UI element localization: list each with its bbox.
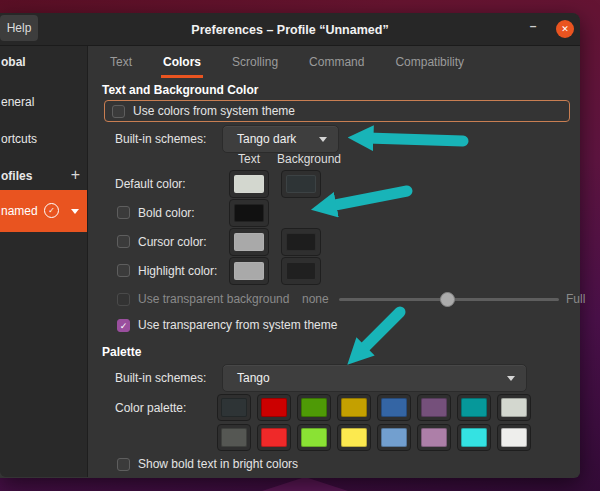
palette-swatch[interactable] <box>297 394 331 421</box>
bold-color-checkbox[interactable] <box>117 206 130 219</box>
section-title-text-background: Text and Background Color <box>102 83 572 97</box>
palette-swatch[interactable] <box>337 424 371 451</box>
sidebar-item-profiles[interactable]: ofiles + <box>1 169 87 183</box>
palette-swatch[interactable] <box>377 424 411 451</box>
sidebar-item-shortcuts[interactable]: ortcuts <box>1 132 87 146</box>
builtin-schemes-row: Built-in schemes: Tango dark <box>102 125 572 153</box>
sidebar: obal eneral ortcuts ofiles + named ✓ <box>0 46 88 477</box>
palette-swatch[interactable] <box>217 394 251 421</box>
menubar-help-item[interactable]: Help <box>0 15 38 41</box>
palette-swatch[interactable] <box>497 424 531 451</box>
sidebar-item-general[interactable]: eneral <box>1 95 87 109</box>
sidebar-item-profile-unnamed[interactable]: named ✓ <box>0 190 87 232</box>
tab-bar: Text Colors Scrolling Command Compatibil… <box>88 46 580 78</box>
preferences-window: Help Preferences – Profile “Unnamed” – ✕… <box>0 13 580 478</box>
chevron-down-icon <box>507 376 515 381</box>
tab-text[interactable]: Text <box>108 46 134 78</box>
chevron-down-icon[interactable] <box>71 209 79 214</box>
swatch-column-headers: Text Background <box>102 152 572 166</box>
palette-swatch[interactable] <box>417 394 451 421</box>
color-palette-row-1: Color palette: <box>102 394 572 421</box>
use-transparent-background-checkbox[interactable] <box>117 293 130 306</box>
slider-none-label: none <box>302 292 329 306</box>
palette-swatch[interactable] <box>217 424 251 451</box>
palette-swatch[interactable] <box>377 394 411 421</box>
highlight-color-label: Highlight color: <box>138 264 217 278</box>
column-header-background: Background <box>277 152 341 166</box>
use-transparent-background-label: Use transparent background <box>138 292 289 306</box>
close-button[interactable]: ✕ <box>556 20 574 38</box>
section-title-palette: Palette <box>102 345 572 359</box>
show-bold-bright-label: Show bold text in bright colors <box>138 457 298 471</box>
builtin-schemes-label: Built-in schemes: <box>115 132 206 146</box>
chevron-down-icon <box>319 137 327 142</box>
transparent-background-row: Use transparent background none Full <box>102 290 572 308</box>
use-transparency-from-theme-label: Use transparency from system theme <box>138 318 337 332</box>
highlight-color-checkbox[interactable] <box>117 264 130 277</box>
desktop-background: Help Preferences – Profile “Unnamed” – ✕… <box>0 0 600 491</box>
palette-swatch[interactable] <box>457 394 491 421</box>
minimize-button[interactable]: – <box>525 19 541 33</box>
highlight-text-color-swatch[interactable] <box>229 257 269 285</box>
tab-colors[interactable]: Colors <box>161 46 203 78</box>
slider-full-label: Full <box>566 292 585 306</box>
colors-panel: Text and Background Color Use colors fro… <box>88 78 580 477</box>
default-text-color-swatch[interactable] <box>229 170 269 198</box>
builtin-scheme-value: Tango dark <box>237 132 296 146</box>
palette-builtin-schemes-dropdown[interactable]: Tango <box>222 364 527 392</box>
column-header-text: Text <box>229 152 269 166</box>
use-system-theme-checkbox[interactable] <box>112 105 125 118</box>
close-icon: ✕ <box>561 24 569 34</box>
transparency-slider-handle[interactable] <box>440 292 455 307</box>
window-title: Preferences – Profile “Unnamed” <box>60 13 520 46</box>
palette-swatch[interactable] <box>257 394 291 421</box>
transparency-from-theme-row: ✓ Use transparency from system theme <box>102 316 572 334</box>
use-transparency-from-theme-checkbox[interactable]: ✓ <box>117 319 130 332</box>
titlebar[interactable]: Help Preferences – Profile “Unnamed” – ✕ <box>0 13 580 46</box>
cursor-color-label: Cursor color: <box>138 235 207 249</box>
default-background-color-swatch[interactable] <box>281 170 321 198</box>
sidebar-item-global[interactable]: obal <box>1 55 87 69</box>
default-color-row: Default color: <box>102 169 572 198</box>
use-system-theme-label: Use colors from system theme <box>133 104 295 118</box>
bold-color-label: Bold color: <box>138 206 195 220</box>
palette-swatch[interactable] <box>417 424 451 451</box>
show-bold-bright-row: Show bold text in bright colors <box>102 456 572 472</box>
bold-color-swatch[interactable] <box>229 199 269 227</box>
use-system-theme-row[interactable]: Use colors from system theme <box>104 100 570 122</box>
content-area: Text Colors Scrolling Command Compatibil… <box>88 46 580 477</box>
color-palette-row-2 <box>102 424 572 451</box>
show-bold-bright-checkbox[interactable] <box>117 458 130 471</box>
highlight-background-color-swatch[interactable] <box>281 257 321 285</box>
palette-builtin-schemes-label: Built-in schemes: <box>115 371 206 385</box>
default-color-label: Default color: <box>115 177 186 191</box>
color-palette-label: Color palette: <box>115 401 186 415</box>
palette-scheme-value: Tango <box>237 371 270 385</box>
tab-compatibility[interactable]: Compatibility <box>393 46 466 78</box>
highlight-color-row: Highlight color: <box>102 256 572 285</box>
palette-swatch[interactable] <box>337 394 371 421</box>
wallpaper-wedge <box>262 477 348 491</box>
palette-swatch[interactable] <box>497 394 531 421</box>
add-profile-button[interactable]: + <box>71 169 80 183</box>
cursor-background-color-swatch[interactable] <box>281 228 321 256</box>
tab-command[interactable]: Command <box>307 46 366 78</box>
cursor-text-color-swatch[interactable] <box>229 228 269 256</box>
cursor-color-checkbox[interactable] <box>117 235 130 248</box>
profile-label: named <box>1 204 38 218</box>
palette-swatch[interactable] <box>297 424 331 451</box>
palette-schemes-row: Built-in schemes: Tango <box>102 364 572 392</box>
help-label: Help <box>7 21 32 35</box>
cursor-color-row: Cursor color: <box>102 227 572 256</box>
check-circle-icon: ✓ <box>44 203 59 218</box>
bold-color-row: Bold color: <box>102 198 572 227</box>
palette-swatch[interactable] <box>257 424 291 451</box>
tab-scrolling[interactable]: Scrolling <box>230 46 280 78</box>
builtin-schemes-dropdown[interactable]: Tango dark <box>222 125 339 153</box>
palette-swatch[interactable] <box>457 424 491 451</box>
